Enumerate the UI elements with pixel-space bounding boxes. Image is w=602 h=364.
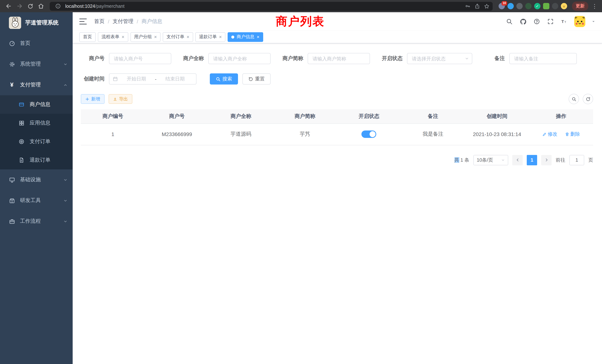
status-toggle[interactable] [362,130,376,138]
sidebar-item-payment[interactable]: ¥ 支付管理 [0,75,73,95]
help-icon[interactable] [533,18,540,25]
breadcrumb-home[interactable]: 首页 [94,18,105,25]
bookmark-star-icon[interactable] [482,2,491,11]
sidebar-item-merchant-info[interactable]: 商户信息 [0,95,73,114]
tab-process-form[interactable]: 流程表单× [98,32,128,42]
fullscreen-icon[interactable] [547,18,554,25]
delete-link[interactable]: 删除 [565,131,580,138]
page-size-select[interactable]: 10条/页 [473,155,508,165]
tab-user-group[interactable]: 用户分组× [130,32,161,42]
extension-drop-icon[interactable] [507,3,514,9]
cell-merchant-id: 1 [81,123,145,145]
gear-icon [8,61,16,67]
date-range-picker[interactable]: 开始日期 - 结束日期 [109,73,196,85]
short-name-input[interactable] [308,53,370,64]
tab-home[interactable]: 首页 [79,32,96,42]
tab-close-icon[interactable]: × [122,34,124,39]
export-button[interactable]: 导出 [109,94,132,104]
tab-merchant-info[interactable]: 商户信息× [228,32,263,42]
next-page-button[interactable] [541,155,552,165]
tab-label: 用户分组 [134,34,152,40]
search-button[interactable]: 搜索 [210,73,238,85]
forward-icon[interactable] [14,1,24,11]
add-button[interactable]: 新增 [81,94,105,104]
profile-smiley-icon[interactable] [561,3,567,9]
page-unit-label: 页 [588,157,593,163]
sidebar-item-pay-order[interactable]: 支付订单 [0,132,73,151]
goto-page-input[interactable] [569,155,584,165]
logo-rabbit-avatar [9,17,21,29]
extension-check-icon[interactable]: ✓ [534,3,540,9]
app-title: 芋道管理系统 [25,19,59,26]
sidebar-item-dev-tools[interactable]: 研发工具 [0,190,73,211]
site-info-icon[interactable] [53,2,62,11]
filter-label: 商户号 [81,55,105,62]
status-select[interactable] [407,53,472,64]
prev-page-button[interactable] [512,155,523,165]
tab-label: 商户信息 [237,34,255,40]
extension-green-dark-icon[interactable] [525,3,532,9]
extension-leaf-icon[interactable] [543,3,549,9]
browser-chrome: localhost:1024/pay/merchant 10 ✓ [0,0,602,12]
tab-close-icon[interactable]: × [186,34,189,39]
filter-short-name: 商户简称 [280,53,370,64]
tab-close-icon[interactable]: × [257,34,259,39]
export-button-label: 导出 [119,96,128,102]
sidebar-item-workflow[interactable]: 工作流程 [0,211,73,232]
browser-menu-kebab-icon[interactable]: ⋮ [591,3,598,10]
sidebar-item-system[interactable]: 系统管理 [0,54,73,75]
toggle-search-icon[interactable] [569,94,579,104]
date-end-placeholder: 结束日期 [157,76,193,82]
refresh-icon[interactable] [583,94,593,104]
full-name-input[interactable] [208,53,271,64]
tab-label: 流程表单 [102,34,119,40]
grid-icon [18,120,25,126]
merchant-no-input[interactable] [109,53,171,64]
page-number-1[interactable]: 1 [527,155,537,165]
extension-gray-icon[interactable] [516,3,523,9]
reset-button[interactable]: 重置 [242,73,271,85]
github-icon[interactable] [519,18,527,25]
address-bar[interactable]: localhost:1024/pay/merchant [50,2,493,11]
payment-submenu: 商户信息 应用信息 支付订单 [0,95,73,169]
extension-pin-icon[interactable] [552,3,558,9]
sidebar-item-refund-order[interactable]: 退款订单 [0,151,73,169]
search-icon[interactable] [506,18,513,25]
password-key-icon[interactable] [463,2,472,11]
table-toolbar: 新增 导出 [81,94,593,104]
share-icon[interactable] [473,2,482,11]
sidebar-item-label: 系统管理 [20,61,41,67]
remark-input[interactable] [509,53,577,64]
reload-icon[interactable] [25,1,35,11]
font-size-icon[interactable]: TT [560,18,568,25]
cell-short-name: 芋艿 [273,123,337,145]
sidebar-item-app-info[interactable]: 应用信息 [0,114,73,132]
edit-link[interactable]: 修改 [542,131,557,138]
back-icon[interactable] [4,1,14,11]
home-icon[interactable] [36,1,46,11]
status-select-input[interactable] [407,53,472,64]
cell-merchant-no: M233666999 [145,123,209,145]
user-avatar[interactable] [574,16,585,27]
update-button[interactable]: 更新 [572,1,588,11]
navbar-actions: TT [506,16,595,27]
sidebar-item-home[interactable]: 首页 [0,33,73,54]
sidebar-item-label: 支付订单 [30,138,50,145]
card-icon [18,102,25,107]
sidebar-logo[interactable]: 芋道管理系统 [0,12,73,33]
yen-icon: ¥ [8,82,16,88]
filter-label: 商户简称 [280,55,303,62]
page-content: 商户号 商户全称 商户简称 开启状态 [73,43,602,165]
calendar-icon [113,76,118,82]
breadcrumb-payment[interactable]: 支付管理 [113,18,133,25]
extension-pinned-icon[interactable]: 10 [499,3,505,9]
tab-close-icon[interactable]: × [219,34,222,39]
tab-refund-order[interactable]: 退款订单× [195,32,226,42]
sidebar-item-infra[interactable]: 基础设施 [0,169,73,190]
tab-pay-order[interactable]: 支付订单× [163,32,193,42]
tab-close-icon[interactable]: × [154,34,157,39]
avatar-caret-down-icon[interactable] [592,20,595,23]
sidebar-item-label: 基础设施 [20,176,41,183]
col-remark: 备注 [401,109,465,123]
sidebar-toggle-icon[interactable] [79,19,87,24]
